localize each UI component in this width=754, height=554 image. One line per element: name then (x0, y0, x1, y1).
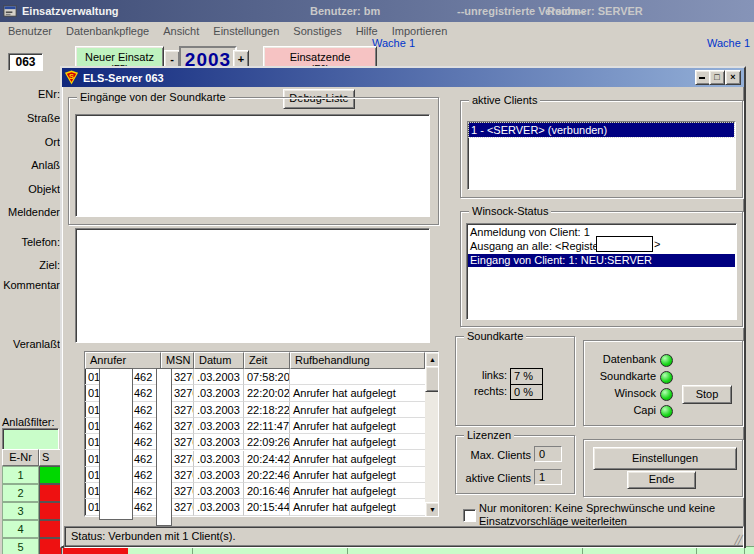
cell-datum: .03.2003 (194, 467, 244, 483)
enr-row-status (39, 502, 62, 520)
call-table-row[interactable]: 0146232763.03.200322:11:47Anrufer hat au… (85, 418, 425, 434)
active-clients-group-label: aktive Clients (469, 94, 540, 106)
stop-button[interactable]: Stop (682, 385, 732, 404)
call-table-row[interactable]: 0146232763.03.200322:20:02Anrufer hat au… (85, 385, 425, 401)
active-client-item[interactable]: 1 - <SERVER> (verbunden) (469, 123, 734, 137)
dialog-title: ELS-Server 063 (83, 72, 164, 84)
enr-row-status (39, 538, 62, 554)
cell-zeit: 22:20:02 (244, 385, 290, 401)
call-table-row[interactable]: 0146232763.03.200320:24:42Anrufer hat au… (85, 451, 425, 467)
cell-zeit: 20:24:42 (244, 451, 290, 467)
cell-datum: .03.2003 (194, 483, 244, 499)
menu-item-importieren[interactable]: Importieren (392, 25, 448, 37)
column-header-anrufer[interactable]: Anrufer (85, 352, 161, 369)
left-channel-label: links: (455, 369, 507, 381)
cell-datum: .03.2003 (194, 369, 244, 385)
cell-datum: .03.2003 (194, 451, 244, 467)
einsatzverwaltung-window: Einsatzverwaltung Benutzer: bm --unregis… (0, 0, 754, 554)
cell-zeit: 20:15:44 (244, 499, 290, 515)
wache-label-right: Wache 1 (707, 37, 750, 49)
wache-label-left: Wache 1 (372, 37, 415, 49)
form-label-enr: ENr: (0, 88, 60, 100)
status-led-winsock (660, 388, 673, 401)
form-label-meldender: Meldender (0, 206, 60, 218)
menu-item-ansicht[interactable]: Ansicht (163, 25, 199, 37)
cell-rufbehandlung: Anrufer hat aufgelegt (290, 402, 425, 418)
einstellungen-button[interactable]: Einstellungen (593, 447, 737, 470)
form-label-objekt: Objekt (0, 183, 60, 195)
status-text: Status: Verbunden mit 1 Client(s). (71, 530, 235, 542)
cell-rufbehandlung: Anrufer hat aufgelegt (290, 467, 425, 483)
scroll-thumb[interactable] (425, 366, 439, 392)
einsatzende-label: Einsatzende (264, 51, 376, 63)
menu-item-datenbankpflege[interactable]: Datenbankpflege (66, 25, 149, 37)
close-button[interactable]: × (725, 70, 741, 85)
call-table-header-row: AnruferMSNDatumZeitRufbehandlung (85, 352, 425, 369)
enr-header: E-Nr (2, 449, 39, 466)
station-code-box: 063 (8, 53, 43, 71)
winsock-status-group-label: Winsock-Status (469, 205, 551, 217)
enr-row-number[interactable]: 1 (2, 466, 39, 484)
enr-row-status (39, 466, 62, 484)
menu-item-benutzer[interactable]: Benutzer (8, 25, 52, 37)
winsock-redaction-box (596, 236, 653, 252)
winsock-line[interactable]: Eingang von Client: 1: NEU:SERVER (468, 254, 735, 267)
cell-rufbehandlung: Anrufer hat aufgelegt (290, 385, 425, 401)
app-icon (3, 4, 18, 19)
cell-zeit: 22:09:26 (244, 434, 290, 450)
debug-output-list[interactable] (75, 228, 430, 343)
cell-datum: .03.2003 (194, 385, 244, 401)
els-server-icon: S (64, 70, 79, 85)
maximize-button[interactable]: □ (709, 70, 725, 85)
anlassfilter-input[interactable] (2, 428, 59, 451)
menu-item-sonstiges[interactable]: Sonstiges (293, 25, 341, 37)
monitor-checkbox[interactable] (463, 509, 476, 522)
component-status-panel: DatenbankSoundkarteWinsockCapi (583, 340, 743, 426)
right-channel-label: rechts: (455, 385, 507, 397)
ende-button[interactable]: Ende (627, 471, 696, 489)
svg-text:S: S (69, 72, 74, 81)
column-header-zeit[interactable]: Zeit (244, 352, 290, 369)
enr-row-number[interactable]: 4 (2, 520, 39, 538)
soundcard-input-list[interactable] (75, 114, 430, 217)
menu-item-hilfe[interactable]: Hilfe (356, 25, 378, 37)
enr-row-status (39, 520, 62, 538)
call-table-row[interactable]: 0146232763.03.200320:15:44Anrufer hat au… (85, 499, 425, 515)
call-log-table[interactable]: AnruferMSNDatumZeitRufbehandlung01462327… (84, 351, 439, 517)
enr-row-number[interactable]: 5 (2, 538, 39, 554)
status-led-soundkarte (660, 371, 673, 384)
neuer-einsatz-label: Neuer Einsatz (76, 51, 163, 63)
enr-row-status (39, 484, 62, 502)
enr-row-number[interactable]: 2 (2, 484, 39, 502)
menu-item-einstellungen[interactable]: Einstellungen (213, 25, 279, 37)
form-label-veranlat: Veranlaßt (0, 338, 60, 350)
main-title: Einsatzverwaltung (22, 5, 119, 17)
column-header-msn[interactable]: MSN (161, 352, 194, 369)
call-table-row[interactable]: 0146232763.03.200322:18:22Anrufer hat au… (85, 402, 425, 418)
cell-rufbehandlung: Anrufer hat aufgelegt (290, 451, 425, 467)
main-titlebar[interactable]: Einsatzverwaltung Benutzer: bm --unregis… (0, 0, 754, 22)
call-table-row[interactable]: 0146232763.03.200322:09:26Anrufer hat au… (85, 434, 425, 450)
scroll-down-arrow[interactable]: ▼ (425, 502, 439, 517)
enr-row-number[interactable]: 3 (2, 502, 39, 520)
licenses-group: Lizenzen (455, 435, 575, 494)
cell-zeit: 20:16:46 (244, 483, 290, 499)
active-clients-count-label: aktive Clients (455, 472, 531, 484)
call-table-row[interactable]: 0146232763.03.200320:22:46Anrufer hat au… (85, 467, 425, 483)
call-table-row[interactable]: 0146232763.03.200320:16:46Anrufer hat au… (85, 483, 425, 499)
call-table-row[interactable]: 0146232763.03.200307:58:20 (85, 369, 425, 385)
cell-datum: .03.2003 (194, 418, 244, 434)
column-header-rufbehandlung[interactable]: Rufbehandlung (290, 352, 425, 369)
resize-grip[interactable]: ╱╱ (734, 535, 741, 545)
column-header-datum[interactable]: Datum (194, 352, 244, 369)
call-table-scrollbar[interactable]: ▲▼ (425, 352, 438, 516)
active-clients-list[interactable]: 1 - <SERVER> (verbunden) (467, 121, 736, 190)
cell-rufbehandlung: Anrufer hat aufgelegt (290, 483, 425, 499)
dialog-status-bar: Status: Verbunden mit 1 Client(s). ╱╱ (64, 526, 744, 548)
max-clients-value: 0 (534, 446, 562, 462)
cell-zeit: 07:58:20 (244, 369, 290, 385)
dialog-titlebar[interactable]: S ELS-Server 063 □ × (62, 68, 744, 87)
status-led-datenbank (660, 354, 673, 367)
form-label-anla: Anlaß (0, 159, 60, 171)
status-led-capi (660, 405, 673, 418)
